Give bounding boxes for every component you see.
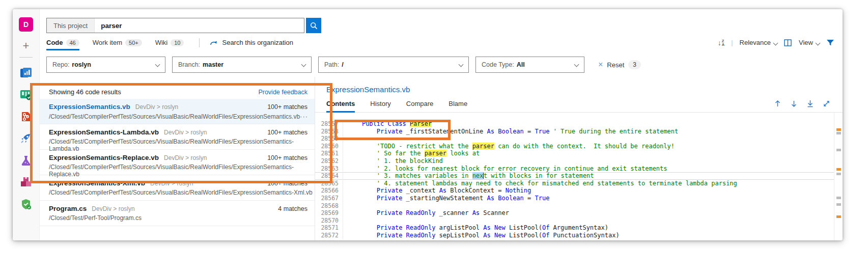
code-line[interactable]: 28572 Private ReadOnly sepListPool As Ne… (315, 232, 843, 239)
file-tabs: Contents History Compare Blame (315, 95, 843, 113)
result-item[interactable]: Program.csDevDiv > roslyn4 matches/Close… (40, 201, 315, 226)
result-repo-breadcrumb: DevDiv > roslyn (164, 154, 207, 161)
code-line[interactable]: 28567 Private _startingNewStatement As B… (315, 195, 843, 202)
code-line[interactable]: 28559 (315, 135, 843, 143)
filter-path[interactable]: Path: / (318, 57, 469, 73)
search-this-organization-link[interactable]: Search this organization (210, 39, 293, 46)
sort-order-dropdown[interactable]: Relevance (740, 39, 777, 46)
code-line[interactable]: 28571 Private ReadOnly argListPool As Ne… (315, 224, 843, 232)
code-line-content[interactable]: Private _startingNewStatement As Boolean… (343, 195, 843, 202)
search-scope-chip[interactable]: This project (47, 18, 95, 33)
code-line-content[interactable] (343, 217, 843, 225)
sidebar-item-artifacts[interactable] (19, 175, 33, 189)
code-line-content[interactable]: Private ReadOnly sepListPool As New List… (343, 232, 843, 239)
code-line[interactable]: 28570 (315, 217, 843, 225)
tabs-row: Code 46 Work item 50+ Wiki 10 (40, 33, 843, 52)
code-line-content[interactable]: Private ReadOnly argListPool As New List… (343, 224, 843, 232)
result-file-name[interactable]: ExpressionSemantics.vb (49, 103, 130, 111)
code-line[interactable]: 28566 Private _context As BlockContext =… (315, 187, 843, 195)
tab-wiki-count: 10 (171, 39, 184, 46)
code-line-content[interactable]: Private ReadOnly _scanner As Scanner (343, 209, 843, 217)
code-line[interactable]: 28561 ' So far the parser looks at (315, 150, 843, 157)
line-number: 28563 (315, 165, 343, 173)
tab-work-item-count: 50+ (125, 39, 142, 46)
result-file-name[interactable]: ExpressionSemantics-Lambda.vb (49, 128, 159, 136)
project-avatar[interactable]: D (19, 17, 33, 32)
filters-row: Repo: roslyn Branch: master Path: / Code… (40, 52, 843, 77)
previous-match-icon[interactable] (774, 100, 781, 107)
search-button[interactable] (306, 18, 321, 33)
code-line[interactable]: 28564 ' 3. matches variables in next wit… (315, 172, 843, 180)
filter-funnel-icon[interactable] (826, 39, 834, 46)
filter-branch[interactable]: Branch: master (172, 57, 312, 73)
code-line-content[interactable]: ' 3. matches variables in next with bloc… (343, 172, 843, 180)
reset-count-badge: 3 (628, 60, 641, 69)
result-file-name[interactable]: ExpressionSemantics-Xml.vb (49, 179, 145, 187)
line-number: 28559 (315, 135, 343, 143)
code-line-content[interactable]: ' 2. looks for nearest block for error r… (343, 165, 843, 173)
code-line-content[interactable]: 'TODO - restrict what the parser can do … (343, 143, 843, 150)
code-line[interactable]: 28565 ' 4. statement lambdas may need to… (315, 180, 843, 187)
more-options-button[interactable]: ··· (300, 113, 315, 120)
code-line-content[interactable]: ' 4. statement lambdas may need to check… (343, 180, 843, 187)
code-line-content[interactable]: ' So far the parser looks at (343, 150, 843, 157)
code-line[interactable]: 28560 'TODO - restrict what the parser c… (315, 143, 843, 150)
code-line-content[interactable] (343, 202, 843, 210)
tab-wiki-label: Wiki (155, 39, 168, 46)
expand-fullscreen-icon[interactable] (823, 100, 830, 107)
tab-contents[interactable]: Contents (326, 95, 355, 112)
code-line[interactable]: 28557 Public Class Parser (315, 120, 843, 128)
add-project-button[interactable]: + (23, 41, 30, 51)
search-input[interactable]: This project parser (46, 18, 304, 33)
code-line[interactable]: 28562 ' 1. the blockKind (315, 157, 843, 165)
tab-code[interactable]: Code 46 (46, 33, 79, 52)
code-line[interactable]: 28568 (315, 202, 843, 210)
code-line[interactable]: 28558 Private _firstStatementOnLine As B… (315, 128, 843, 135)
tab-history[interactable]: History (370, 95, 390, 112)
line-number: 28562 (315, 157, 343, 165)
tab-blame[interactable]: Blame (449, 95, 467, 112)
result-match-count: 4 matches (278, 205, 315, 212)
code-line-content[interactable]: Public Class Parser (343, 120, 843, 128)
code-line-content[interactable]: Private _firstStatementOnLine As Boolean… (343, 128, 843, 135)
code-scrollbar[interactable] (834, 113, 843, 240)
code-line[interactable]: 28569 Private ReadOnly _scanner As Scann… (315, 209, 843, 217)
line-number: 28571 (315, 224, 343, 232)
reset-filters-button[interactable]: × Reset 3 (598, 60, 641, 69)
repos-icon (19, 110, 33, 123)
code-line[interactable]: 28563 ' 2. looks for nearest block for e… (315, 165, 843, 173)
tab-work-item[interactable]: Work item 50+ (93, 33, 142, 52)
sort-icon[interactable]: ↓ ZA (718, 39, 724, 47)
filter-code-type-label: Code Type: (482, 61, 514, 68)
sidebar-item-boards[interactable] (19, 88, 33, 102)
sidebar-item-pipelines[interactable] (19, 131, 33, 146)
result-item[interactable]: ExpressionSemantics-Replace.vbDevDiv > r… (40, 150, 315, 175)
sidebar-item-overview[interactable] (19, 66, 33, 80)
tab-wiki[interactable]: Wiki 10 (155, 33, 184, 52)
result-item[interactable]: ExpressionSemantics.vbDevDiv > roslyn100… (40, 99, 315, 124)
download-icon[interactable] (806, 100, 814, 107)
sidebar-item-compliance[interactable] (19, 197, 33, 211)
result-item[interactable]: ExpressionSemantics-Xml.vbDevDiv > rosly… (40, 175, 315, 201)
change-indicator (836, 197, 841, 199)
view-dropdown[interactable]: View (799, 39, 820, 46)
file-title-link[interactable]: ExpressionSemantics.vb (315, 77, 843, 94)
code-line-content[interactable] (343, 135, 843, 143)
result-item[interactable]: ExpressionSemantics-Lambda.vbDevDiv > ro… (40, 124, 315, 150)
result-file-name[interactable]: ExpressionSemantics-Replace.vb (49, 154, 159, 161)
code-line-content[interactable]: Private _context As BlockContext = Nothi… (343, 187, 843, 195)
result-file-name[interactable]: Program.cs (49, 205, 87, 212)
split-view-icon[interactable] (784, 39, 792, 46)
next-match-icon[interactable] (790, 100, 798, 107)
chevron-down-icon (574, 62, 579, 67)
test-plans-icon (19, 154, 33, 167)
filter-code-type[interactable]: Code Type: All (475, 57, 584, 73)
code-line-content[interactable]: ' 1. the blockKind (343, 157, 843, 165)
sidebar-item-repos[interactable] (19, 110, 33, 124)
tab-compare[interactable]: Compare (406, 95, 433, 112)
provide-feedback-link[interactable]: Provide feedback (258, 89, 307, 96)
results-toolbar: ↓ ZA | Relevance View (718, 39, 834, 47)
filter-repo[interactable]: Repo: roslyn (46, 57, 165, 73)
search-query-text[interactable]: parser (95, 18, 128, 33)
sidebar-item-test-plans[interactable] (19, 153, 33, 168)
